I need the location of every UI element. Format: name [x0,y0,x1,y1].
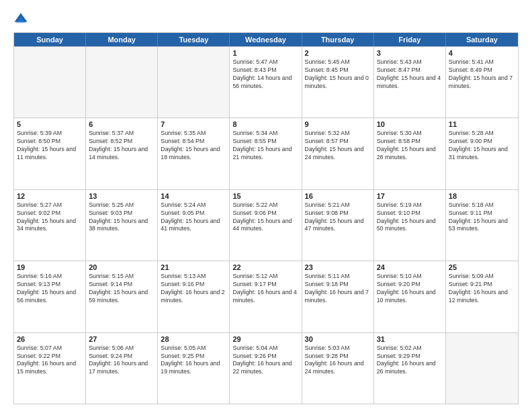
day-info: Sunrise: 5:28 AM Sunset: 9:00 PM Dayligh… [449,130,515,162]
calendar-cell: 14Sunrise: 5:24 AM Sunset: 9:05 PM Dayli… [158,190,230,261]
calendar-cell: 25Sunrise: 5:09 AM Sunset: 9:21 PM Dayli… [446,261,518,332]
day-info: Sunrise: 5:16 AM Sunset: 9:13 PM Dayligh… [17,273,83,305]
header [13,12,519,27]
calendar-cell: 22Sunrise: 5:12 AM Sunset: 9:17 PM Dayli… [230,261,302,332]
day-info: Sunrise: 5:43 AM Sunset: 8:47 PM Dayligh… [377,58,443,91]
day-number: 21 [161,263,226,271]
day-info: Sunrise: 5:19 AM Sunset: 9:10 PM Dayligh… [377,201,443,234]
logo-icon [13,12,28,27]
day-info: Sunrise: 5:21 AM Sunset: 9:08 PM Dayligh… [305,201,371,234]
day-number: 13 [89,192,154,200]
day-number: 11 [449,120,515,128]
weekday-header: Friday [374,33,446,46]
day-info: Sunrise: 5:24 AM Sunset: 9:05 PM Dayligh… [161,201,226,234]
day-number: 23 [305,263,371,271]
calendar-cell: 9Sunrise: 5:32 AM Sunset: 8:57 PM Daylig… [302,118,374,189]
day-number: 17 [377,192,443,200]
day-number: 22 [232,263,298,271]
day-info: Sunrise: 5:34 AM Sunset: 8:55 PM Dayligh… [232,130,298,162]
day-info: Sunrise: 5:25 AM Sunset: 9:03 PM Dayligh… [89,201,154,234]
day-number: 16 [305,192,371,200]
calendar-cell: 6Sunrise: 5:37 AM Sunset: 8:52 PM Daylig… [86,118,158,189]
calendar-cell [158,47,230,118]
day-number: 7 [161,120,226,128]
day-info: Sunrise: 5:03 AM Sunset: 9:28 PM Dayligh… [305,345,371,377]
day-info: Sunrise: 5:11 AM Sunset: 9:18 PM Dayligh… [305,273,371,305]
calendar-row: 19Sunrise: 5:16 AM Sunset: 9:13 PM Dayli… [14,261,518,332]
calendar-cell [446,333,518,404]
day-number: 31 [377,335,443,343]
day-info: Sunrise: 5:12 AM Sunset: 9:17 PM Dayligh… [232,273,298,305]
day-info: Sunrise: 5:04 AM Sunset: 9:26 PM Dayligh… [232,345,298,377]
calendar-header: SundayMondayTuesdayWednesdayThursdayFrid… [14,33,518,46]
calendar-cell: 1Sunrise: 5:47 AM Sunset: 8:43 PM Daylig… [230,47,302,118]
day-info: Sunrise: 5:35 AM Sunset: 8:54 PM Dayligh… [161,130,226,162]
day-info: Sunrise: 5:30 AM Sunset: 8:58 PM Dayligh… [377,130,443,162]
day-info: Sunrise: 5:41 AM Sunset: 8:49 PM Dayligh… [449,58,515,91]
day-info: Sunrise: 5:09 AM Sunset: 9:21 PM Dayligh… [449,273,515,305]
calendar-cell: 7Sunrise: 5:35 AM Sunset: 8:54 PM Daylig… [158,118,230,189]
day-number: 6 [89,120,154,128]
day-info: Sunrise: 5:02 AM Sunset: 9:29 PM Dayligh… [377,345,443,377]
calendar-cell: 31Sunrise: 5:02 AM Sunset: 9:29 PM Dayli… [374,333,446,404]
day-number: 8 [232,120,298,128]
calendar-row: 5Sunrise: 5:39 AM Sunset: 8:50 PM Daylig… [14,118,518,189]
day-info: Sunrise: 5:07 AM Sunset: 9:22 PM Dayligh… [17,345,83,377]
page: SundayMondayTuesdayWednesdayThursdayFrid… [0,0,532,411]
day-info: Sunrise: 5:15 AM Sunset: 9:14 PM Dayligh… [89,273,154,305]
calendar-cell: 12Sunrise: 5:27 AM Sunset: 9:02 PM Dayli… [14,190,86,261]
calendar-cell: 17Sunrise: 5:19 AM Sunset: 9:10 PM Dayli… [374,190,446,261]
day-info: Sunrise: 5:05 AM Sunset: 9:25 PM Dayligh… [161,345,226,377]
day-number: 4 [449,49,515,57]
calendar-row: 1Sunrise: 5:47 AM Sunset: 8:43 PM Daylig… [14,46,518,118]
day-number: 28 [161,335,226,343]
logo [13,12,31,27]
calendar-cell: 15Sunrise: 5:22 AM Sunset: 9:06 PM Dayli… [230,190,302,261]
day-number: 26 [17,335,83,343]
calendar-cell: 3Sunrise: 5:43 AM Sunset: 8:47 PM Daylig… [374,47,446,118]
day-number: 5 [17,120,83,128]
weekday-header: Saturday [446,33,518,46]
weekday-header: Thursday [302,33,374,46]
day-number: 19 [17,263,83,271]
day-number: 24 [377,263,443,271]
calendar-cell: 19Sunrise: 5:16 AM Sunset: 9:13 PM Dayli… [14,261,86,332]
weekday-header: Sunday [14,33,86,46]
day-number: 15 [232,192,298,200]
calendar-cell: 24Sunrise: 5:10 AM Sunset: 9:20 PM Dayli… [374,261,446,332]
day-number: 30 [305,335,371,343]
weekday-header: Monday [86,33,158,46]
day-info: Sunrise: 5:06 AM Sunset: 9:24 PM Dayligh… [89,345,154,377]
day-number: 9 [305,120,371,128]
day-number: 20 [89,263,154,271]
day-number: 18 [449,192,515,200]
day-info: Sunrise: 5:45 AM Sunset: 8:45 PM Dayligh… [305,58,371,91]
calendar-cell: 11Sunrise: 5:28 AM Sunset: 9:00 PM Dayli… [446,118,518,189]
calendar-row: 26Sunrise: 5:07 AM Sunset: 9:22 PM Dayli… [14,332,518,404]
day-info: Sunrise: 5:18 AM Sunset: 9:11 PM Dayligh… [449,201,515,234]
day-info: Sunrise: 5:47 AM Sunset: 8:43 PM Dayligh… [232,58,298,91]
calendar-cell: 2Sunrise: 5:45 AM Sunset: 8:45 PM Daylig… [302,47,374,118]
day-number: 29 [232,335,298,343]
weekday-header: Tuesday [158,33,230,46]
day-info: Sunrise: 5:27 AM Sunset: 9:02 PM Dayligh… [17,201,83,234]
calendar-cell: 18Sunrise: 5:18 AM Sunset: 9:11 PM Dayli… [446,190,518,261]
day-info: Sunrise: 5:13 AM Sunset: 9:16 PM Dayligh… [161,273,226,305]
weekday-header: Wednesday [230,33,302,46]
calendar-cell: 26Sunrise: 5:07 AM Sunset: 9:22 PM Dayli… [14,333,86,404]
day-info: Sunrise: 5:22 AM Sunset: 9:06 PM Dayligh… [232,201,298,234]
calendar-body: 1Sunrise: 5:47 AM Sunset: 8:43 PM Daylig… [14,46,518,404]
day-number: 27 [89,335,154,343]
day-number: 25 [449,263,515,271]
calendar-cell: 13Sunrise: 5:25 AM Sunset: 9:03 PM Dayli… [86,190,158,261]
day-info: Sunrise: 5:10 AM Sunset: 9:20 PM Dayligh… [377,273,443,305]
calendar-cell [14,47,86,118]
calendar-cell: 8Sunrise: 5:34 AM Sunset: 8:55 PM Daylig… [230,118,302,189]
day-info: Sunrise: 5:32 AM Sunset: 8:57 PM Dayligh… [305,130,371,162]
calendar-cell: 20Sunrise: 5:15 AM Sunset: 9:14 PM Dayli… [86,261,158,332]
day-number: 14 [161,192,226,200]
calendar-cell: 29Sunrise: 5:04 AM Sunset: 9:26 PM Dayli… [230,333,302,404]
calendar: SundayMondayTuesdayWednesdayThursdayFrid… [13,32,519,404]
day-number: 10 [377,120,443,128]
day-number: 12 [17,192,83,200]
